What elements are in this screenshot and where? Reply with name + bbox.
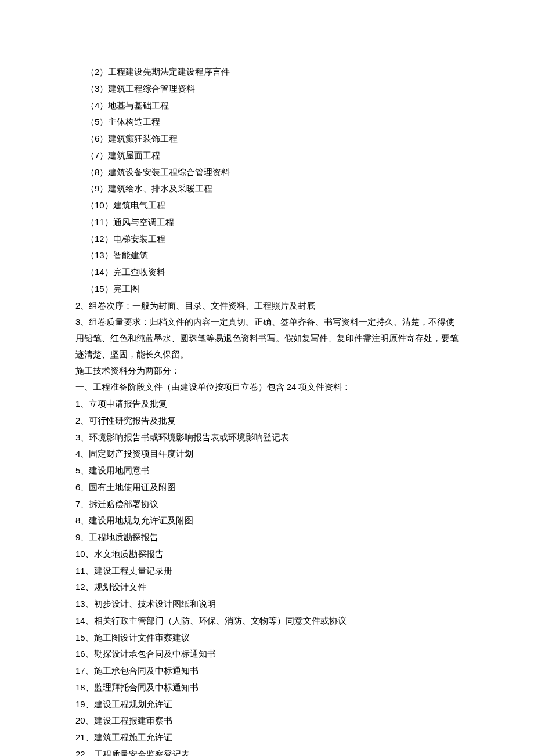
list-item: 20、建设工程报建审察书 — [75, 712, 459, 729]
item-number: 9 — [75, 532, 80, 542]
item-number: 13 — [95, 250, 104, 260]
item-number: 15 — [75, 632, 85, 642]
item-text: 工程质量安全监察登记表 — [94, 750, 190, 756]
item-number: 22 — [75, 749, 85, 756]
item-number: 19 — [75, 699, 85, 709]
item-text: 建筑屋面工程 — [108, 151, 160, 160]
parenthetical-list: （2）工程建设先期法定建设程序言件（3）建筑工程综合管理资料（4）地基与基础工程… — [75, 64, 459, 298]
list-item: 13、初步设计、技术设计图纸和说明 — [75, 596, 459, 613]
list-item: 19、建设工程规划允许证 — [75, 696, 459, 713]
list-item: 9、工程地质勘探报告 — [75, 529, 459, 546]
item-number: 18 — [75, 682, 85, 692]
item-number: 5 — [95, 117, 99, 126]
list-item: 12、规划设计文件 — [75, 579, 459, 596]
item-text: 施工图设计文件审察建议 — [94, 633, 190, 642]
list-item: 16、勘探设计承包合同及中标通知书 — [75, 646, 459, 663]
item-number: 6 — [75, 482, 80, 492]
item-number: 5 — [75, 465, 80, 475]
item-text: 建筑癫狂装饰工程 — [108, 134, 178, 143]
list-item: 5、建设用地同意书 — [75, 462, 459, 479]
item-text: 工程地质勘探报告 — [89, 533, 158, 542]
item-text: 环境影响报告书或环境影响报告表或环境影响登记表 — [89, 433, 289, 442]
item-text: 监理拜托合同及中标通知书 — [94, 683, 199, 692]
item-text: 建设用地同意书 — [89, 466, 150, 475]
list-item: 10、水文地质勘探报告 — [75, 546, 459, 563]
item-number: 17 — [75, 665, 85, 675]
list-item: （8）建筑设备安装工程综合管理资料 — [75, 164, 459, 181]
list-item: （13）智能建筑 — [75, 247, 459, 264]
item-number: 10 — [95, 200, 104, 210]
paragraph-zujuan-quality: 3、组卷质量要求：归档文件的内容一定真切。正确、签单齐备、书写资料一定持久、清楚… — [75, 314, 459, 363]
item-text: 地基与基础工程 — [108, 101, 169, 110]
list-item: （4）地基与基础工程 — [75, 97, 459, 114]
paragraph-tech-split: 施工技术资料分为两部分： — [75, 363, 459, 379]
item-number: 8 — [75, 515, 80, 525]
item-number: 9 — [95, 183, 99, 193]
item-number: 1 — [75, 399, 80, 408]
item-text: 智能建筑 — [113, 251, 148, 260]
item-text: 建筑工程施工允许证 — [94, 733, 172, 742]
list-item: 21、建筑工程施工允许证 — [75, 729, 459, 746]
list-item: （6）建筑癫狂装饰工程 — [75, 131, 459, 147]
list-item: 1、立项申请报告及批复 — [75, 396, 459, 413]
item-number: 4 — [75, 448, 80, 458]
list-item: 14、相关行政主管部门（人防、环保、消防、文物等）同意文件或协议 — [75, 613, 459, 630]
item-text: 初步设计、技术设计图纸和说明 — [94, 599, 216, 609]
item-text: 建设工程报建审察书 — [94, 716, 172, 725]
paragraph-section-one: 一、工程准备阶段文件（由建设单位按项目立卷）包含 24 项文件资料： — [75, 379, 459, 396]
item-text: 建设工程丈量记录册 — [94, 566, 172, 576]
list-item: （7）建筑屋面工程 — [75, 147, 459, 164]
list-item: 2、可行性研究报告及批复 — [75, 413, 459, 429]
list-item: 15、施工图设计文件审察建议 — [75, 630, 459, 646]
item-number: 14 — [95, 267, 104, 277]
item-number: 14 — [75, 616, 85, 625]
item-number: 13 — [75, 599, 85, 609]
list-item: 4、固定财产投资项目年度计划 — [75, 446, 459, 462]
list-item: 17、施工承包合同及中标通知书 — [75, 663, 459, 679]
item-text: 建设用地规划允许证及附图 — [89, 516, 193, 525]
item-number: 12 — [95, 234, 104, 244]
list-item: （5）主体构造工程 — [75, 114, 459, 131]
item-number: 21 — [75, 732, 85, 742]
list-item: （12）电梯安装工程 — [75, 231, 459, 248]
item-text: 规划设计文件 — [94, 583, 146, 592]
item-number: 3 — [75, 432, 80, 442]
item-text: 固定财产投资项目年度计划 — [89, 449, 193, 458]
item-number: 11 — [75, 566, 85, 576]
item-text: 勘探设计承包合同及中标通知书 — [94, 649, 216, 659]
list-item: 22、工程质量安全监察登记表 — [75, 746, 459, 756]
list-item: 7、拆迁赔偿部署协议 — [75, 496, 459, 513]
item-text: 建设工程规划允许证 — [94, 700, 172, 709]
item-text: 完工查收资料 — [113, 267, 165, 277]
item-text: 建筑设备安装工程综合管理资料 — [108, 168, 230, 177]
item-text: 建筑工程综合管理资料 — [108, 84, 195, 93]
item-text: 电梯安装工程 — [113, 234, 165, 244]
item-text: 水文地质勘探报告 — [94, 549, 164, 559]
list-item: （15）完工图 — [75, 281, 459, 298]
count-number: 24 — [287, 382, 297, 392]
list-item: （10）建筑电气工程 — [75, 197, 459, 214]
item-text: 建筑电气工程 — [113, 201, 165, 210]
item-text: 通风与空调工程 — [113, 218, 174, 227]
item-number: 12 — [75, 582, 85, 592]
numbered-list: 1、立项申请报告及批复2、可行性研究报告及批复3、环境影响报告书或环境影响报告表… — [75, 396, 459, 756]
item-number: 16 — [75, 649, 85, 659]
item-text: 完工图 — [113, 284, 139, 294]
item-text: 拆迁赔偿部署协议 — [89, 500, 158, 509]
paragraph-zujuan-order: 2、组卷次序：一般为封面、目录、文件资料、工程照片及封底 — [75, 298, 459, 314]
list-item: 11、建设工程丈量记录册 — [75, 563, 459, 580]
list-item: （2）工程建设先期法定建设程序言件 — [75, 64, 459, 81]
list-item: 8、建设用地规划允许证及附图 — [75, 512, 459, 529]
item-number: 2 — [95, 67, 99, 77]
text-pre: 一、工程准备阶段文件（由建设单位按项目立卷）包含 — [75, 382, 287, 392]
item-text: 建筑给水、排水及采暖工程 — [108, 184, 212, 193]
item-number: 15 — [95, 284, 104, 294]
item-number: 3 — [95, 84, 99, 93]
item-text: 工程建设先期法定建设程序言件 — [108, 67, 230, 77]
list-item: （9）建筑给水、排水及采暖工程 — [75, 180, 459, 197]
item-text: 相关行政主管部门（人防、环保、消防、文物等）同意文件或协议 — [94, 616, 347, 625]
item-number: 10 — [75, 549, 85, 559]
text-post: 项文件资料： — [296, 382, 351, 392]
list-item: （14）完工查收资料 — [75, 264, 459, 281]
list-item: （11）通风与空调工程 — [75, 214, 459, 231]
